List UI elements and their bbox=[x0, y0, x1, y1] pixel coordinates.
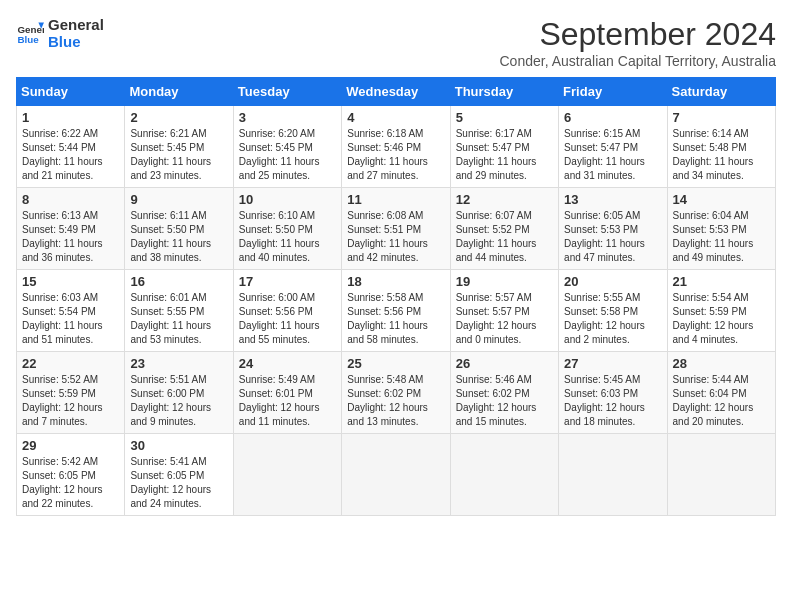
day-number: 8 bbox=[22, 192, 119, 207]
page-header: General Blue General Blue September 2024… bbox=[16, 16, 776, 69]
day-info: Sunrise: 6:07 AMSunset: 5:52 PMDaylight:… bbox=[456, 209, 553, 265]
day-number: 6 bbox=[564, 110, 661, 125]
calendar-week-row: 8 Sunrise: 6:13 AMSunset: 5:49 PMDayligh… bbox=[17, 188, 776, 270]
day-info: Sunrise: 5:46 AMSunset: 6:02 PMDaylight:… bbox=[456, 373, 553, 429]
day-info: Sunrise: 6:17 AMSunset: 5:47 PMDaylight:… bbox=[456, 127, 553, 183]
calendar-cell bbox=[342, 434, 450, 516]
calendar-cell: 6 Sunrise: 6:15 AMSunset: 5:47 PMDayligh… bbox=[559, 106, 667, 188]
day-number: 17 bbox=[239, 274, 336, 289]
day-header-wednesday: Wednesday bbox=[342, 78, 450, 106]
day-info: Sunrise: 6:00 AMSunset: 5:56 PMDaylight:… bbox=[239, 291, 336, 347]
calendar-table: SundayMondayTuesdayWednesdayThursdayFrid… bbox=[16, 77, 776, 516]
svg-text:Blue: Blue bbox=[17, 34, 39, 45]
day-info: Sunrise: 5:48 AMSunset: 6:02 PMDaylight:… bbox=[347, 373, 444, 429]
day-number: 24 bbox=[239, 356, 336, 371]
day-number: 22 bbox=[22, 356, 119, 371]
day-info: Sunrise: 6:21 AMSunset: 5:45 PMDaylight:… bbox=[130, 127, 227, 183]
day-number: 19 bbox=[456, 274, 553, 289]
calendar-header-row: SundayMondayTuesdayWednesdayThursdayFrid… bbox=[17, 78, 776, 106]
day-number: 2 bbox=[130, 110, 227, 125]
calendar-cell bbox=[667, 434, 775, 516]
calendar-cell: 14 Sunrise: 6:04 AMSunset: 5:53 PMDaylig… bbox=[667, 188, 775, 270]
calendar-cell: 26 Sunrise: 5:46 AMSunset: 6:02 PMDaylig… bbox=[450, 352, 558, 434]
day-info: Sunrise: 6:15 AMSunset: 5:47 PMDaylight:… bbox=[564, 127, 661, 183]
day-header-saturday: Saturday bbox=[667, 78, 775, 106]
day-info: Sunrise: 6:08 AMSunset: 5:51 PMDaylight:… bbox=[347, 209, 444, 265]
calendar-cell: 13 Sunrise: 6:05 AMSunset: 5:53 PMDaylig… bbox=[559, 188, 667, 270]
calendar-cell bbox=[233, 434, 341, 516]
calendar-cell: 4 Sunrise: 6:18 AMSunset: 5:46 PMDayligh… bbox=[342, 106, 450, 188]
calendar-cell: 12 Sunrise: 6:07 AMSunset: 5:52 PMDaylig… bbox=[450, 188, 558, 270]
day-info: Sunrise: 6:11 AMSunset: 5:50 PMDaylight:… bbox=[130, 209, 227, 265]
calendar-cell: 27 Sunrise: 5:45 AMSunset: 6:03 PMDaylig… bbox=[559, 352, 667, 434]
day-info: Sunrise: 6:18 AMSunset: 5:46 PMDaylight:… bbox=[347, 127, 444, 183]
calendar-cell: 21 Sunrise: 5:54 AMSunset: 5:59 PMDaylig… bbox=[667, 270, 775, 352]
day-number: 12 bbox=[456, 192, 553, 207]
day-info: Sunrise: 6:01 AMSunset: 5:55 PMDaylight:… bbox=[130, 291, 227, 347]
day-number: 25 bbox=[347, 356, 444, 371]
day-info: Sunrise: 6:10 AMSunset: 5:50 PMDaylight:… bbox=[239, 209, 336, 265]
day-info: Sunrise: 6:14 AMSunset: 5:48 PMDaylight:… bbox=[673, 127, 770, 183]
logo: General Blue General Blue bbox=[16, 16, 104, 50]
location-subtitle: Conder, Australian Capital Territory, Au… bbox=[499, 53, 776, 69]
day-info: Sunrise: 6:20 AMSunset: 5:45 PMDaylight:… bbox=[239, 127, 336, 183]
day-number: 4 bbox=[347, 110, 444, 125]
day-info: Sunrise: 6:13 AMSunset: 5:49 PMDaylight:… bbox=[22, 209, 119, 265]
calendar-cell: 25 Sunrise: 5:48 AMSunset: 6:02 PMDaylig… bbox=[342, 352, 450, 434]
calendar-cell: 16 Sunrise: 6:01 AMSunset: 5:55 PMDaylig… bbox=[125, 270, 233, 352]
calendar-cell: 7 Sunrise: 6:14 AMSunset: 5:48 PMDayligh… bbox=[667, 106, 775, 188]
calendar-cell: 30 Sunrise: 5:41 AMSunset: 6:05 PMDaylig… bbox=[125, 434, 233, 516]
day-number: 10 bbox=[239, 192, 336, 207]
calendar-cell: 2 Sunrise: 6:21 AMSunset: 5:45 PMDayligh… bbox=[125, 106, 233, 188]
day-info: Sunrise: 5:51 AMSunset: 6:00 PMDaylight:… bbox=[130, 373, 227, 429]
month-year-title: September 2024 bbox=[499, 16, 776, 53]
day-number: 5 bbox=[456, 110, 553, 125]
day-info: Sunrise: 6:22 AMSunset: 5:44 PMDaylight:… bbox=[22, 127, 119, 183]
day-number: 1 bbox=[22, 110, 119, 125]
logo-line1: General bbox=[48, 16, 104, 33]
calendar-cell: 10 Sunrise: 6:10 AMSunset: 5:50 PMDaylig… bbox=[233, 188, 341, 270]
calendar-cell: 11 Sunrise: 6:08 AMSunset: 5:51 PMDaylig… bbox=[342, 188, 450, 270]
calendar-week-row: 15 Sunrise: 6:03 AMSunset: 5:54 PMDaylig… bbox=[17, 270, 776, 352]
day-info: Sunrise: 5:45 AMSunset: 6:03 PMDaylight:… bbox=[564, 373, 661, 429]
day-number: 27 bbox=[564, 356, 661, 371]
day-info: Sunrise: 5:41 AMSunset: 6:05 PMDaylight:… bbox=[130, 455, 227, 511]
day-header-thursday: Thursday bbox=[450, 78, 558, 106]
day-header-sunday: Sunday bbox=[17, 78, 125, 106]
day-number: 21 bbox=[673, 274, 770, 289]
calendar-cell: 5 Sunrise: 6:17 AMSunset: 5:47 PMDayligh… bbox=[450, 106, 558, 188]
calendar-cell: 17 Sunrise: 6:00 AMSunset: 5:56 PMDaylig… bbox=[233, 270, 341, 352]
calendar-cell: 24 Sunrise: 5:49 AMSunset: 6:01 PMDaylig… bbox=[233, 352, 341, 434]
calendar-cell: 28 Sunrise: 5:44 AMSunset: 6:04 PMDaylig… bbox=[667, 352, 775, 434]
logo-icon: General Blue bbox=[16, 19, 44, 47]
day-number: 16 bbox=[130, 274, 227, 289]
calendar-week-row: 1 Sunrise: 6:22 AMSunset: 5:44 PMDayligh… bbox=[17, 106, 776, 188]
logo-line2: Blue bbox=[48, 33, 104, 50]
day-info: Sunrise: 5:54 AMSunset: 5:59 PMDaylight:… bbox=[673, 291, 770, 347]
day-number: 26 bbox=[456, 356, 553, 371]
calendar-cell: 20 Sunrise: 5:55 AMSunset: 5:58 PMDaylig… bbox=[559, 270, 667, 352]
day-info: Sunrise: 5:58 AMSunset: 5:56 PMDaylight:… bbox=[347, 291, 444, 347]
day-number: 7 bbox=[673, 110, 770, 125]
day-number: 13 bbox=[564, 192, 661, 207]
day-number: 20 bbox=[564, 274, 661, 289]
calendar-cell: 29 Sunrise: 5:42 AMSunset: 6:05 PMDaylig… bbox=[17, 434, 125, 516]
calendar-cell: 19 Sunrise: 5:57 AMSunset: 5:57 PMDaylig… bbox=[450, 270, 558, 352]
calendar-cell: 3 Sunrise: 6:20 AMSunset: 5:45 PMDayligh… bbox=[233, 106, 341, 188]
day-info: Sunrise: 6:05 AMSunset: 5:53 PMDaylight:… bbox=[564, 209, 661, 265]
day-header-tuesday: Tuesday bbox=[233, 78, 341, 106]
day-info: Sunrise: 5:44 AMSunset: 6:04 PMDaylight:… bbox=[673, 373, 770, 429]
day-info: Sunrise: 5:57 AMSunset: 5:57 PMDaylight:… bbox=[456, 291, 553, 347]
day-number: 28 bbox=[673, 356, 770, 371]
day-info: Sunrise: 5:52 AMSunset: 5:59 PMDaylight:… bbox=[22, 373, 119, 429]
day-number: 29 bbox=[22, 438, 119, 453]
calendar-cell: 22 Sunrise: 5:52 AMSunset: 5:59 PMDaylig… bbox=[17, 352, 125, 434]
day-number: 14 bbox=[673, 192, 770, 207]
calendar-cell: 9 Sunrise: 6:11 AMSunset: 5:50 PMDayligh… bbox=[125, 188, 233, 270]
day-info: Sunrise: 6:03 AMSunset: 5:54 PMDaylight:… bbox=[22, 291, 119, 347]
day-info: Sunrise: 5:49 AMSunset: 6:01 PMDaylight:… bbox=[239, 373, 336, 429]
day-header-monday: Monday bbox=[125, 78, 233, 106]
day-number: 15 bbox=[22, 274, 119, 289]
day-number: 18 bbox=[347, 274, 444, 289]
day-info: Sunrise: 5:42 AMSunset: 6:05 PMDaylight:… bbox=[22, 455, 119, 511]
